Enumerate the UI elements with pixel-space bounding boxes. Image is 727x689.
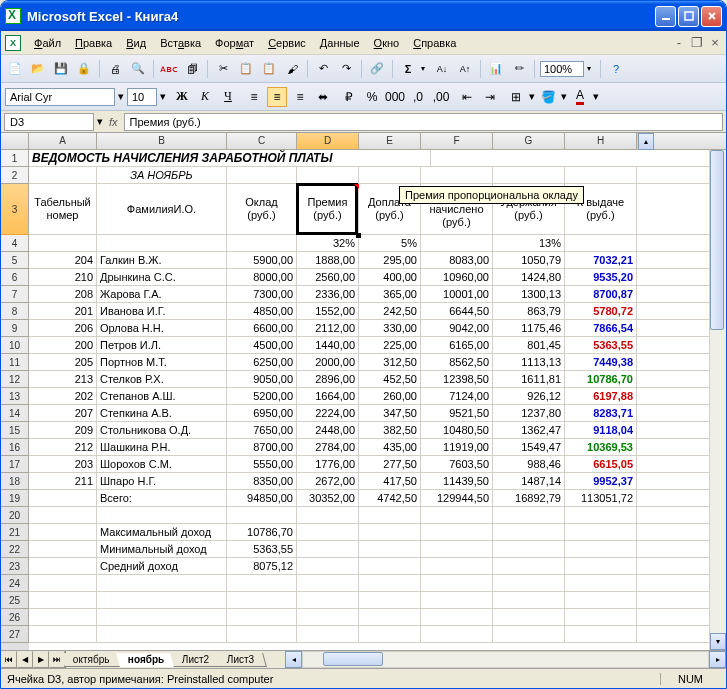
menu-data[interactable]: Данные: [313, 34, 367, 52]
font-size-dropdown[interactable]: ▾: [160, 90, 166, 103]
col-header[interactable]: G: [493, 133, 565, 149]
name-box[interactable]: D3: [4, 113, 94, 131]
align-center-button[interactable]: ≡: [267, 87, 287, 107]
row-header[interactable]: 3: [1, 184, 29, 235]
table-row[interactable]: 208Жарова Г.А.7300,002336,00365,0010001,…: [29, 286, 709, 303]
sheet-tab[interactable]: ноябрь: [116, 653, 177, 667]
tab-prev-button[interactable]: ◀: [17, 651, 33, 668]
spelling-icon[interactable]: ᴀʙᴄ: [159, 59, 179, 79]
col-header[interactable]: B: [97, 133, 227, 149]
table-row[interactable]: 212Шашкина Р.Н.8700,002784,00435,0011919…: [29, 439, 709, 456]
row-header[interactable]: 1: [1, 150, 29, 167]
merge-center-button[interactable]: ⬌: [313, 87, 333, 107]
menu-view[interactable]: Вид: [119, 34, 153, 52]
close-button[interactable]: [701, 6, 722, 27]
font-color-button[interactable]: A: [570, 87, 590, 107]
col-header[interactable]: D: [297, 133, 359, 149]
header-cell[interactable]: ФамилияИ.О.: [97, 184, 227, 234]
font-name-dropdown[interactable]: ▾: [118, 90, 124, 103]
permission-icon[interactable]: 🔒: [74, 59, 94, 79]
redo-icon[interactable]: ↷: [336, 59, 356, 79]
header-cell[interactable]: Табельный номер: [29, 184, 97, 234]
currency-button[interactable]: ₽: [339, 87, 359, 107]
minimize-button[interactable]: [655, 6, 676, 27]
doc-close-button[interactable]: ×: [708, 36, 722, 50]
stat-label[interactable]: Минимальный доход: [97, 541, 227, 557]
font-name-input[interactable]: Arial Cyr: [5, 88, 115, 106]
header-cell[interactable]: Оклад (руб.): [227, 184, 297, 234]
menu-file[interactable]: Файл: [27, 34, 68, 52]
col-header[interactable]: C: [227, 133, 297, 149]
stat-label[interactable]: Максимальный доход: [97, 524, 227, 540]
table-row[interactable]: 207Степкина А.В.6950,002224,00347,509521…: [29, 405, 709, 422]
research-icon[interactable]: 🗐: [182, 59, 202, 79]
col-header[interactable]: A: [29, 133, 97, 149]
row-header[interactable]: 2: [1, 167, 29, 184]
sort-asc-icon[interactable]: A↓: [432, 59, 452, 79]
scroll-down-button[interactable]: ▾: [710, 633, 726, 650]
autosum-dropdown[interactable]: ▾: [421, 64, 429, 73]
borders-button[interactable]: ⊞: [506, 87, 526, 107]
percent-button[interactable]: %: [362, 87, 382, 107]
stat-label[interactable]: Средний доход: [97, 558, 227, 574]
new-icon[interactable]: 📄: [5, 59, 25, 79]
table-row[interactable]: 201Иванова И.Г.4850,001552,00242,506644,…: [29, 303, 709, 320]
drawing-icon[interactable]: ✏: [509, 59, 529, 79]
sheet-title[interactable]: ВЕДОМОСТЬ НАЧИСЛЕНИЯ ЗАРАБОТНОЙ ПЛАТЫ: [29, 150, 431, 166]
hyperlink-icon[interactable]: 🔗: [367, 59, 387, 79]
print-icon[interactable]: 🖨: [105, 59, 125, 79]
col-header[interactable]: F: [421, 133, 493, 149]
menu-tools[interactable]: Сервис: [261, 34, 313, 52]
scrollbar-thumb[interactable]: [323, 652, 383, 666]
scrollbar-thumb[interactable]: [710, 150, 724, 330]
menu-format[interactable]: Формат: [208, 34, 261, 52]
zoom-input[interactable]: 100%: [540, 61, 584, 77]
paste-icon[interactable]: 📋: [259, 59, 279, 79]
menu-insert[interactable]: Вставка: [153, 34, 208, 52]
table-row[interactable]: 209Стольникова О.Д.7650,002448,00382,501…: [29, 422, 709, 439]
decrease-indent-button[interactable]: ⇤: [457, 87, 477, 107]
spreadsheet-grid[interactable]: A B C D E F G H ▴ 1 2 3 4 5 6 7 8 9 10 1…: [1, 133, 726, 650]
help-icon[interactable]: ?: [606, 59, 626, 79]
cut-icon[interactable]: ✂: [213, 59, 233, 79]
undo-icon[interactable]: ↶: [313, 59, 333, 79]
sheet-tab[interactable]: октябрь: [61, 653, 122, 667]
doc-restore-button[interactable]: ❐: [690, 36, 704, 50]
menu-edit[interactable]: Правка: [68, 34, 119, 52]
open-icon[interactable]: 📂: [28, 59, 48, 79]
table-row[interactable]: 206Орлова Н.Н.6600,002112,00330,009042,0…: [29, 320, 709, 337]
italic-button[interactable]: К: [195, 87, 215, 107]
doc-minimize-button[interactable]: -: [672, 36, 686, 50]
bold-button[interactable]: Ж: [172, 87, 192, 107]
increase-decimal-button[interactable]: ,0: [408, 87, 428, 107]
autosum-icon[interactable]: Σ: [398, 59, 418, 79]
underline-button[interactable]: Ч: [218, 87, 238, 107]
align-left-button[interactable]: ≡: [244, 87, 264, 107]
sheet-tab[interactable]: Лист3: [215, 653, 267, 667]
tab-first-button[interactable]: ⏮: [1, 651, 17, 668]
font-size-input[interactable]: 10: [127, 88, 157, 106]
zoom-dropdown[interactable]: ▾: [587, 64, 595, 73]
format-painter-icon[interactable]: 🖌: [282, 59, 302, 79]
subtitle[interactable]: ЗА НОЯБРЬ: [97, 167, 227, 183]
table-row[interactable]: 204Галкин В.Ж.5900,001888,00295,008083,0…: [29, 252, 709, 269]
table-row[interactable]: 211Шпаро Н.Г.8350,002672,00417,5011439,5…: [29, 473, 709, 490]
save-icon[interactable]: 💾: [51, 59, 71, 79]
sheet-tab[interactable]: Лист2: [170, 653, 222, 667]
menu-window[interactable]: Окно: [367, 34, 407, 52]
comma-button[interactable]: 000: [385, 87, 405, 107]
fx-button[interactable]: fx: [103, 116, 124, 128]
total-label[interactable]: Всего:: [97, 490, 227, 506]
titlebar[interactable]: Microsoft Excel - Книга4: [1, 1, 726, 31]
pct-cell[interactable]: 5%: [359, 235, 421, 251]
decrease-decimal-button[interactable]: ,00: [431, 87, 451, 107]
col-header[interactable]: E: [359, 133, 421, 149]
formula-input[interactable]: Премия (руб.): [124, 113, 723, 131]
fill-color-button[interactable]: 🪣: [538, 87, 558, 107]
increase-indent-button[interactable]: ⇥: [480, 87, 500, 107]
header-cell[interactable]: Премия (руб.): [297, 184, 359, 234]
select-all-corner[interactable]: [1, 133, 29, 149]
fill-handle[interactable]: [356, 233, 361, 238]
pct-cell[interactable]: 13%: [493, 235, 565, 251]
vertical-scrollbar[interactable]: ▾: [709, 150, 726, 650]
